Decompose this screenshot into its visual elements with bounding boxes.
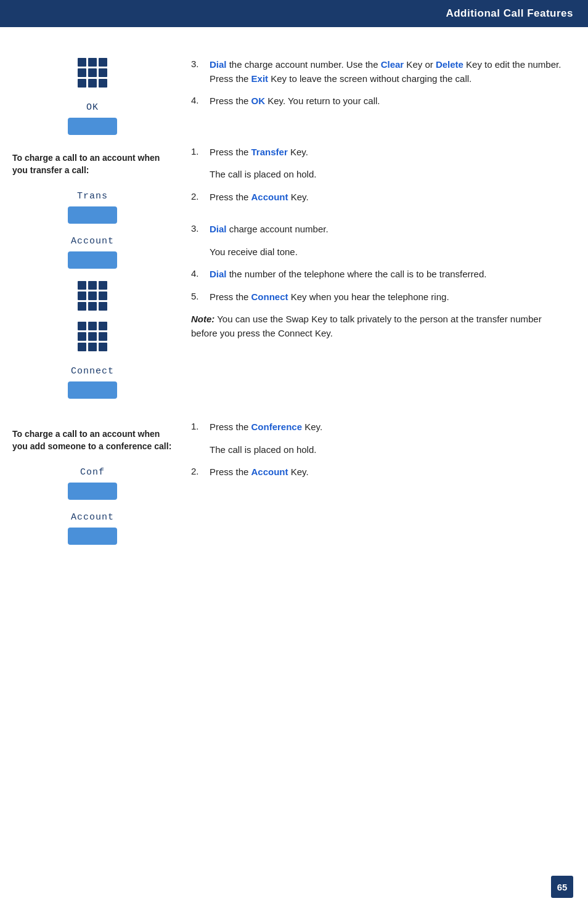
- account-key-label-1: Account: [71, 236, 114, 247]
- step-num-2-2: 2.: [191, 190, 210, 202]
- section3-heading: To charge a call to an account when you …: [0, 421, 185, 452]
- step-2-3: 3. Dial charge account number.: [191, 222, 570, 237]
- step-3-2: 2. Press the Account Key.: [191, 465, 570, 479]
- section2-heading: To charge a call to an account when you …: [0, 145, 185, 176]
- account-key-button-2[interactable]: [68, 528, 117, 545]
- step-text-1-4: Press the OK Key. You return to your cal…: [210, 94, 380, 108]
- step-1-4: 4. Press the OK Key. You return to your …: [191, 94, 570, 108]
- section2-icons: Trans Account Connect: [0, 176, 185, 409]
- step-num-2-5: 5.: [191, 290, 210, 301]
- keypad-icon-3: [78, 322, 107, 351]
- section1-steps: 3. Dial the charge account number. Use t…: [191, 58, 570, 108]
- step-num-3-2: 2.: [191, 465, 210, 476]
- keypad-icon-1: [78, 58, 107, 88]
- ok-key-button[interactable]: [68, 118, 117, 135]
- step-text-3-2: Press the Account Key.: [210, 465, 309, 479]
- step-text-3-1: Press the Conference Key.: [210, 420, 322, 434]
- step-text-2-3: Dial charge account number.: [210, 222, 329, 237]
- keypad-icon-2: [78, 281, 107, 311]
- step-2-4: 4. Dial the number of the telephone wher…: [191, 267, 570, 282]
- account-key-button-1[interactable]: [68, 251, 117, 269]
- account-key-label-2: Account: [71, 512, 114, 523]
- step-text-2-2: Press the Account Key.: [210, 190, 309, 205]
- step-2-3-sub: You receive dial tone.: [210, 245, 570, 259]
- connect-key-label: Connect: [71, 366, 114, 377]
- note-text: Note: You can use the Swap Key to talk p…: [191, 312, 570, 340]
- section2-steps: 1. Press the Transfer Key. The call is p…: [191, 145, 570, 341]
- connect-key-button[interactable]: [68, 381, 117, 399]
- ok-key-label: OK: [86, 102, 99, 113]
- header-title: Additional Call Features: [446, 7, 573, 19]
- trans-key-button[interactable]: [68, 206, 117, 224]
- step-2-1: 1. Press the Transfer Key.: [191, 145, 570, 160]
- left-column: OK To charge a call to an account when y…: [0, 39, 185, 555]
- main-content: OK To charge a call to an account when y…: [0, 27, 588, 592]
- section3-steps: 1. Press the Conference Key. The call is…: [191, 420, 570, 479]
- step-num-2-4: 4.: [191, 267, 210, 279]
- trans-key-label: Trans: [77, 191, 108, 202]
- step-num-2-1: 1.: [191, 145, 210, 157]
- right-column: 3. Dial the charge account number. Use t…: [185, 39, 588, 555]
- step-text-1-3: Dial the charge account number. Use the …: [210, 58, 570, 86]
- step-num-2-3: 3.: [191, 222, 210, 234]
- section1-icons: OK: [0, 46, 185, 145]
- step-text-2-5: Press the Connect Key when you hear the …: [210, 290, 449, 304]
- conf-key-label: Conf: [80, 467, 105, 478]
- step-text-2-1: Press the Transfer Key.: [210, 145, 308, 160]
- step-num-1-3: 3.: [191, 58, 210, 69]
- step-text-2-4: Dial the number of the telephone where t…: [210, 267, 486, 282]
- step-3-1: 1. Press the Conference Key.: [191, 420, 570, 434]
- step-3-1-sub: The call is placed on hold.: [210, 443, 570, 457]
- page-number: 65: [551, 876, 573, 898]
- section3-icons: Conf Account: [0, 452, 185, 555]
- page-header: Additional Call Features: [0, 0, 588, 27]
- step-1-3: 3. Dial the charge account number. Use t…: [191, 58, 570, 86]
- conf-key-button[interactable]: [68, 483, 117, 500]
- step-2-2: 2. Press the Account Key.: [191, 190, 570, 205]
- step-2-5: 5. Press the Connect Key when you hear t…: [191, 290, 570, 304]
- step-num-1-4: 4.: [191, 94, 210, 105]
- step-num-3-1: 1.: [191, 420, 210, 431]
- step-2-1-sub: The call is placed on hold.: [210, 168, 570, 182]
